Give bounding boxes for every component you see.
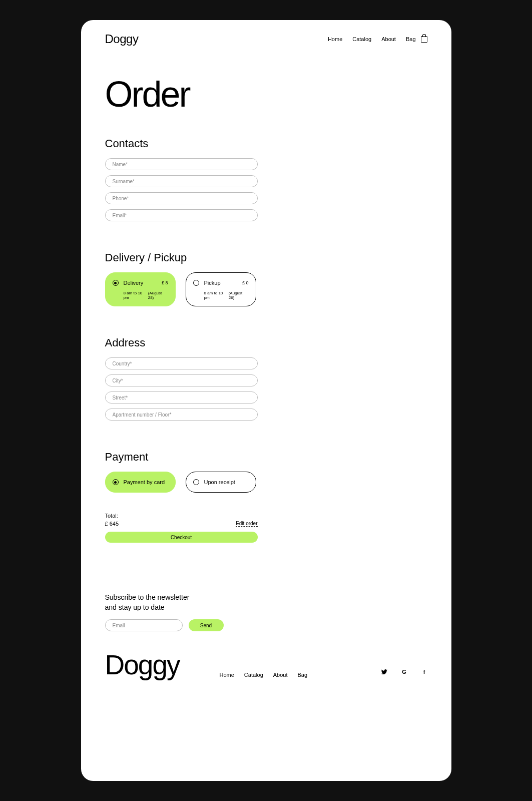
logo: Doggy [105,32,139,46]
footer-nav-catalog[interactable]: Catalog [244,672,263,678]
footer-nav: Home Catalog About Bag [219,672,307,679]
bag-icon[interactable] [421,36,427,43]
name-field[interactable] [105,158,258,170]
option-price: £ 8 [162,280,168,285]
apartment-field[interactable] [105,409,258,421]
page-title: Order [105,76,427,112]
country-field[interactable] [105,357,258,369]
radio-icon [113,280,119,286]
phone-field[interactable] [105,192,258,204]
top-nav: Home Catalog About Bag [328,36,427,43]
option-date: (August 26) [229,291,249,300]
newsletter-title: Subscribe to the newsletter and stay up … [105,593,427,612]
option-label: Upon receipt [204,479,249,485]
address-title: Address [105,336,427,349]
option-label: Payment by card [124,479,168,485]
street-field[interactable] [105,391,258,404]
address-section: Address [105,336,427,421]
footer-logo: Doggy [105,651,180,679]
pickup-option[interactable]: Pickup £ 0 8 am to 10 pm (August 26) [186,272,256,306]
send-button[interactable]: Send [189,619,224,631]
nav-about[interactable]: About [381,36,396,42]
option-date: (August 28) [148,291,168,300]
footer-nav-bag[interactable]: Bag [298,672,308,678]
payment-card-option[interactable]: Payment by card [105,472,176,493]
radio-icon [193,280,199,286]
footer: Doggy Home Catalog About Bag G f [105,651,427,679]
twitter-icon[interactable] [381,669,387,675]
facebook-icon[interactable]: f [421,669,427,675]
option-label: Pickup [204,280,237,286]
delivery-options: Delivery £ 8 8 am to 10 pm (August 28) P… [105,272,427,306]
google-icon[interactable]: G [401,669,407,675]
nav-home[interactable]: Home [328,36,342,42]
contacts-section: Contacts [105,137,427,221]
total-amount: £ 645 [105,521,119,527]
nav-bag[interactable]: Bag [406,36,416,42]
edit-order-link[interactable]: Edit order [236,521,257,527]
payment-options: Payment by card Upon receipt [105,472,427,493]
total-section: Total: £ 645 Edit order Checkout [105,513,258,543]
contacts-title: Contacts [105,137,427,150]
radio-icon [113,479,119,485]
delivery-section: Delivery / Pickup Delivery £ 8 8 am to 1… [105,251,427,306]
nav-catalog[interactable]: Catalog [352,36,371,42]
option-price: £ 0 [242,280,249,285]
payment-title: Payment [105,451,427,464]
checkout-button[interactable]: Checkout [105,532,258,543]
email-field[interactable] [105,209,258,221]
total-label: Total: [105,513,258,519]
option-hours: 8 am to 10 pm [204,291,229,300]
newsletter-email-field[interactable] [105,619,183,631]
option-label: Delivery [124,280,157,286]
surname-field[interactable] [105,175,258,187]
footer-nav-home[interactable]: Home [219,672,234,678]
payment-section: Payment Payment by card Upon receipt [105,451,427,493]
social-icons: G f [381,669,427,679]
option-hours: 8 am to 10 pm [124,291,148,300]
delivery-title: Delivery / Pickup [105,251,427,264]
delivery-option[interactable]: Delivery £ 8 8 am to 10 pm (August 28) [105,272,176,306]
newsletter-section: Subscribe to the newsletter and stay up … [105,593,427,631]
payment-receipt-option[interactable]: Upon receipt [186,472,256,493]
city-field[interactable] [105,374,258,386]
footer-nav-about[interactable]: About [273,672,288,678]
radio-icon [193,479,199,485]
order-page: Doggy Home Catalog About Bag Order Conta… [81,20,451,781]
header: Doggy Home Catalog About Bag [105,32,427,46]
